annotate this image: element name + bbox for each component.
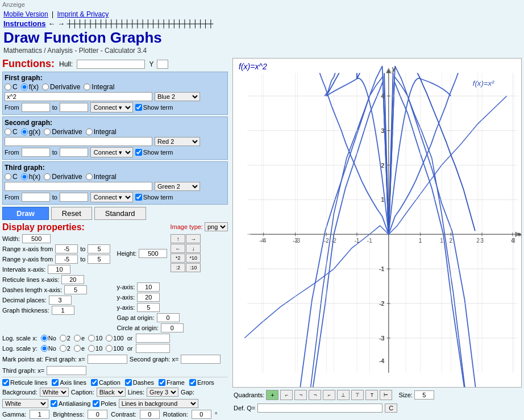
first-show-term-checkbox[interactable]: [135, 104, 142, 111]
first-graph-fx-radio[interactable]: [21, 84, 28, 90]
dashes-y-input[interactable]: [137, 303, 160, 312]
quad-btn-6[interactable]: ⊤: [351, 390, 364, 400]
log-x-10[interactable]: 10: [88, 335, 102, 342]
log-x-no[interactable]: No: [41, 335, 56, 342]
def-q-c-btn[interactable]: C: [385, 404, 397, 413]
poles-label[interactable]: Poles: [93, 400, 117, 407]
first-graph-formula[interactable]: [5, 92, 152, 101]
first-graph-color[interactable]: Blue 2Red 2Green 2Black: [155, 92, 200, 101]
second-graph-color[interactable]: Red 2Blue 2Green 2: [155, 137, 200, 146]
third-connect-select[interactable]: Connect ▾: [90, 192, 133, 202]
frame-checkbox-label[interactable]: Frame: [159, 379, 185, 386]
range-x-to[interactable]: [88, 244, 110, 253]
standard-button[interactable]: Standard: [94, 207, 146, 220]
width-input[interactable]: [22, 234, 51, 243]
first-graph-integral-label[interactable]: Integral: [84, 83, 114, 91]
axis-checkbox-label[interactable]: Axis lines: [52, 379, 86, 386]
lines-select[interactable]: Grey 3BlackWhite: [147, 388, 178, 397]
errors-checkbox[interactable]: [189, 379, 196, 386]
times10-btn[interactable]: *10: [186, 253, 201, 263]
antialiasing-label[interactable]: Antialiasing: [51, 400, 90, 407]
caption-checkbox-label[interactable]: Caption: [91, 379, 120, 386]
log-x-e[interactable]: e: [74, 335, 85, 342]
caption-select[interactable]: BlackWhiteGrey: [97, 388, 126, 397]
hull-c-input[interactable]: [157, 60, 168, 69]
hull-input[interactable]: [77, 60, 145, 69]
gamma-input[interactable]: [30, 410, 49, 419]
log-y-no[interactable]: No: [41, 345, 56, 352]
reset-button[interactable]: Reset: [51, 207, 92, 220]
third-c-label[interactable]: C: [5, 173, 18, 181]
reticule-y-input[interactable]: [137, 293, 160, 302]
quad-btn-5[interactable]: ⊥: [337, 390, 350, 400]
gap-origin-input[interactable]: [157, 313, 180, 322]
first-show-term-label[interactable]: Show term: [135, 104, 173, 111]
second-connect-select[interactable]: Connect ▾: [90, 147, 133, 157]
second-c-label[interactable]: C: [5, 128, 18, 136]
third-derivative-label[interactable]: Derivative: [44, 173, 82, 181]
second-graph-formula[interactable]: [5, 137, 152, 146]
reticule-checkbox[interactable]: [2, 379, 9, 386]
log-y-2[interactable]: 2: [60, 345, 70, 352]
div2-btn[interactable]: :2: [170, 263, 185, 272]
second-to-input[interactable]: [60, 148, 88, 157]
range-y-to[interactable]: [88, 255, 110, 264]
decimal-input[interactable]: [49, 296, 72, 305]
thickness-input[interactable]: [52, 306, 74, 315]
contrast-input[interactable]: [140, 410, 160, 419]
caption-checkbox[interactable]: [91, 379, 98, 386]
arrow-left-btn[interactable]: ←: [170, 244, 185, 253]
first-graph-derivative-label[interactable]: Derivative: [42, 83, 80, 91]
mark-second-input[interactable]: [181, 355, 221, 364]
second-integral-label[interactable]: Integral: [86, 128, 117, 136]
quad-btn-2[interactable]: ¬: [294, 390, 307, 400]
log-x-or-input[interactable]: [136, 334, 170, 343]
errors-checkbox-label[interactable]: Errors: [189, 379, 214, 386]
third-graph-formula[interactable]: [5, 182, 152, 191]
dashes-x-input[interactable]: [64, 285, 87, 294]
second-gx-label[interactable]: g(x): [21, 128, 41, 136]
dashes-checkbox[interactable]: [125, 379, 132, 386]
log-y-or-input[interactable]: [136, 344, 170, 353]
reticule-checkbox-label[interactable]: Reticule lines: [2, 379, 47, 386]
first-graph-c-radio[interactable]: [5, 84, 11, 90]
quad-btn-7[interactable]: T: [365, 390, 378, 400]
third-integral-label[interactable]: Integral: [86, 173, 117, 181]
third-show-term-checkbox[interactable]: [135, 194, 142, 201]
first-to-input[interactable]: [60, 103, 88, 112]
first-graph-fx-label[interactable]: f(x): [21, 83, 39, 91]
imprint-link[interactable]: Imprint & Privacy: [57, 10, 109, 18]
image-type-select[interactable]: pngsvg: [205, 222, 228, 231]
second-show-term-checkbox[interactable]: [135, 149, 142, 156]
poles-checkbox[interactable]: [93, 400, 99, 407]
log-y-100[interactable]: 100: [106, 345, 123, 352]
quad-btn-1[interactable]: ⌐: [280, 390, 293, 400]
mark-first-input[interactable]: [88, 355, 127, 364]
third-hx-label[interactable]: h(x): [21, 173, 41, 181]
quad-btn-3[interactable]: ¬: [309, 390, 321, 400]
mobile-version-link[interactable]: Mobile Version: [3, 10, 48, 18]
second-show-term-label[interactable]: Show term: [135, 149, 173, 156]
instructions-link[interactable]: Instructions: [3, 19, 45, 28]
third-graph-color[interactable]: Green 2Blue 2Red 2: [155, 182, 200, 191]
antialiasing-checkbox[interactable]: [51, 400, 57, 407]
rotation-input[interactable]: [192, 410, 211, 419]
quad-plus-btn[interactable]: +: [266, 390, 278, 400]
third-to-input[interactable]: [60, 193, 88, 202]
first-graph-integral-radio[interactable]: [84, 84, 90, 90]
first-graph-derivative-radio[interactable]: [42, 84, 49, 90]
lines-bg-select[interactable]: Lines in background: [119, 399, 198, 408]
background-select[interactable]: WhiteBlackGrey: [40, 388, 69, 397]
quad-btn-4[interactable]: ⌐: [323, 390, 335, 400]
reticule-x-input[interactable]: [61, 275, 84, 284]
second-derivative-label[interactable]: Derivative: [44, 128, 82, 136]
arrow-down-btn[interactable]: ↓: [186, 244, 201, 253]
log-y-e[interactable]: e: [74, 345, 85, 352]
range-x-from[interactable]: [55, 244, 78, 253]
mark-third-input[interactable]: [47, 366, 86, 375]
size-input[interactable]: [414, 390, 434, 400]
quad-btn-8[interactable]: ⊢: [380, 390, 392, 400]
gap-select[interactable]: WhiteBlackTransparent: [2, 399, 48, 408]
third-from-input[interactable]: [22, 193, 50, 202]
def-q-input[interactable]: [257, 404, 382, 413]
